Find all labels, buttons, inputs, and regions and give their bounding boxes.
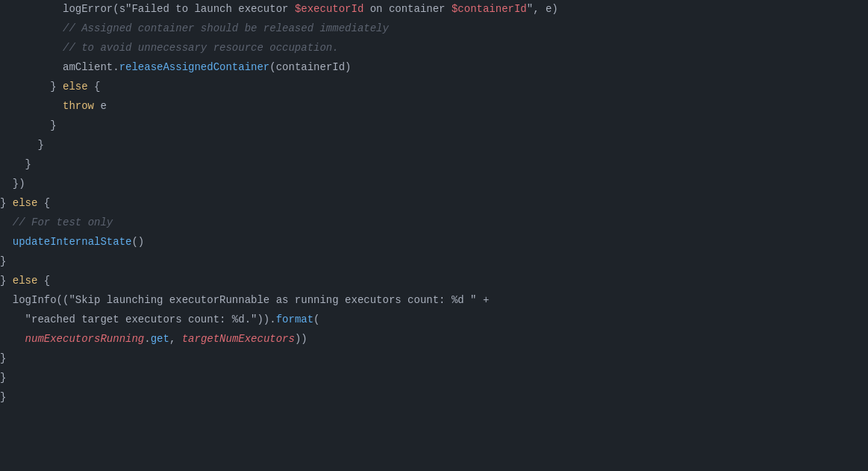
code-editor: logError(s"Failed to launch executor $ex… (0, 0, 868, 471)
line-content: updateInternalState() (0, 234, 868, 250)
code-line: } (0, 369, 868, 388)
token (0, 100, 63, 112)
token: $executorId (295, 3, 363, 15)
code-line: } else { (0, 272, 868, 291)
token: // Assigned container should be released… (63, 22, 389, 34)
token: } (0, 275, 13, 287)
token: } (0, 352, 6, 364)
token: { (37, 275, 50, 287)
line-content: } (0, 253, 868, 269)
code-line: } (0, 116, 868, 136)
line-content: logInfo(("Skip launching executorRunnabl… (0, 292, 868, 308)
token: "reached target executors count: %d.")). (0, 314, 276, 325)
token: throw (63, 100, 94, 112)
token: logError(s"Failed to launch executor (0, 3, 295, 15)
token: numExecutorsRunning (25, 333, 145, 345)
token (0, 22, 63, 34)
token: } (0, 391, 6, 403)
line-content: }) (0, 175, 868, 192)
line-content: } (0, 350, 868, 366)
code-line: logInfo(("Skip launching executorRunnabl… (0, 291, 868, 311)
code-line: logError(s"Failed to launch executor $ex… (0, 0, 868, 19)
token: logInfo(("Skip launching executorRunnabl… (0, 294, 489, 306)
token: on container (363, 3, 452, 15)
line-content: logError(s"Failed to launch executor $ex… (0, 1, 868, 17)
line-content: } (0, 389, 868, 405)
code-line: }) (0, 175, 868, 194)
code-line: "reached target executors count: %d.")).… (0, 311, 868, 330)
token (0, 333, 25, 345)
token: () (131, 236, 144, 248)
code-line: updateInternalState() (0, 233, 868, 252)
token: , (169, 333, 182, 345)
token: $containerId (452, 3, 527, 15)
token: else (63, 81, 88, 93)
code-line: } (0, 136, 868, 155)
line-content: } else { (0, 195, 868, 211)
line-content: } (0, 137, 868, 153)
code-line: } (0, 388, 868, 408)
line-content: } (0, 369, 868, 386)
token: releaseAssignedContainer (119, 61, 270, 73)
token: ", e) (527, 3, 558, 15)
code-line: // to avoid unnecessary resource occupat… (0, 39, 868, 58)
token: . (144, 333, 150, 345)
token: else (13, 197, 38, 209)
token (0, 42, 63, 54)
code-line: } else { (0, 194, 868, 213)
token: targetNumExecutors (182, 333, 295, 345)
token: } (0, 372, 6, 384)
token: }) (0, 178, 25, 190)
line-content: } else { (0, 272, 868, 289)
line-content: throw e (0, 98, 868, 114)
token: { (88, 81, 101, 93)
code-line: // Assigned container should be released… (0, 19, 868, 39)
code-line: } (0, 155, 868, 175)
code-line: throw e (0, 97, 868, 116)
token: } (0, 197, 13, 209)
token: } (0, 139, 44, 151)
code-block: logError(s"Failed to launch executor $ex… (0, 0, 868, 408)
code-line: numExecutorsRunning.get, targetNumExecut… (0, 330, 868, 349)
token: } (0, 255, 6, 267)
token: amClient. (0, 61, 119, 73)
token: )) (295, 333, 307, 345)
token: (containerId) (269, 61, 351, 73)
line-content: } (0, 117, 868, 134)
token: } (0, 158, 31, 170)
token: else (13, 275, 38, 287)
token (0, 236, 13, 248)
line-content: "reached target executors count: %d.")).… (0, 311, 868, 328)
code-line: } else { (0, 78, 868, 97)
token: format (276, 314, 313, 325)
token: // to avoid unnecessary resource occupat… (63, 42, 339, 54)
line-content: } else { (0, 78, 868, 95)
token: // For test only (13, 216, 113, 228)
token (0, 216, 13, 228)
code-line: amClient.releaseAssignedContainer(contai… (0, 58, 868, 78)
token: } (0, 119, 57, 131)
code-line: } (0, 252, 868, 272)
token: } (0, 81, 63, 93)
token: e (94, 100, 107, 112)
token: ( (313, 314, 319, 325)
token: updateInternalState (13, 236, 132, 248)
line-content: } (0, 156, 868, 172)
line-content: // to avoid unnecessary resource occupat… (0, 40, 868, 56)
line-content: // For test only (0, 214, 868, 231)
code-line: } (0, 349, 868, 369)
line-content: amClient.releaseAssignedContainer(contai… (0, 59, 868, 75)
line-content: numExecutorsRunning.get, targetNumExecut… (0, 331, 868, 347)
token: get (151, 333, 169, 345)
code-line: // For test only (0, 213, 868, 233)
token: { (37, 197, 50, 209)
line-content: // Assigned container should be released… (0, 20, 868, 37)
